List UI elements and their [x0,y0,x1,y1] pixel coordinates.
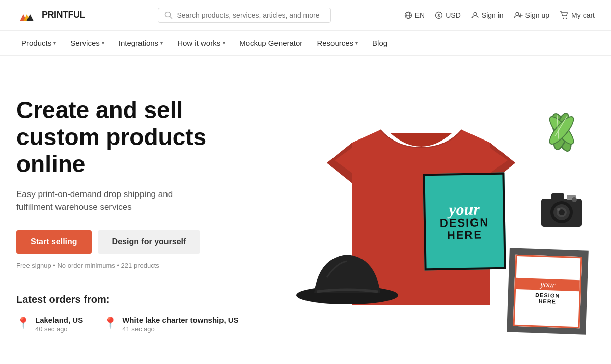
order-item: 📍 Lakeland, US 40 sec ago [16,316,83,333]
location-pin-icon: 📍 [16,317,30,330]
chevron-down-icon: ▾ [160,40,163,46]
design-card: your DESIGN HERE [423,173,506,271]
svg-point-10 [474,12,477,15]
nav-how-it-works[interactable]: How it works ▾ [172,31,230,55]
user-icon [471,11,479,19]
chevron-down-icon: ▾ [223,40,225,46]
hero-content: Create and sell custom products online E… [16,87,281,333]
order-location: Lakeland, US [35,316,83,324]
nav-resources[interactable]: Resources ▾ [312,31,363,55]
svg-point-11 [516,12,519,15]
logo[interactable]: PRINTFUL [16,7,85,23]
cart-link[interactable]: My cart [560,11,595,19]
order-time: 40 sec ago [35,325,83,333]
language-label: EN [415,11,425,19]
hero-section: Create and sell custom products online E… [0,56,611,361]
hero-title: Create and sell custom products online [16,97,261,178]
order-item: 📍 White lake charter township, US 41 sec… [103,316,238,333]
cart-icon [560,11,569,19]
svg-point-34 [572,197,577,202]
search-bar[interactable] [158,8,331,23]
hero-subtitle: Easy print-on-demand drop shipping and f… [16,188,210,214]
currency-label: USD [446,11,461,19]
adduser-icon [514,11,523,19]
svg-line-4 [170,16,172,18]
plant-decoration [529,87,590,153]
design-design-text: DESIGN [440,217,489,229]
signin-link[interactable]: Sign in [471,11,504,19]
order-location: White lake charter township, US [122,316,238,324]
orders-title: Latest orders from: [16,294,281,305]
nav-services[interactable]: Services ▾ [65,31,109,55]
location-pin-icon: 📍 [103,317,117,330]
hero-fine-print: Free signup • No order minimums • 221 pr… [16,262,281,269]
currency-selector[interactable]: $ USD [435,11,461,19]
logo-icon [16,7,36,23]
nav-mockup-generator[interactable]: Mockup Generator [234,31,308,55]
frame-inner: your DESIGN HERE [513,255,582,328]
order-time: 41 sec ago [122,325,238,333]
language-selector[interactable]: EN [404,11,425,19]
chevron-down-icon: ▾ [102,40,104,46]
hat-mockup [291,237,403,313]
search-icon [164,11,173,19]
design-for-yourself-button[interactable]: Design for yourself [98,230,201,254]
orders-list: 📍 Lakeland, US 40 sec ago 📍 White lake c… [16,316,281,333]
globe-icon [404,11,412,19]
chevron-down-icon: ▾ [53,40,56,46]
start-selling-button[interactable]: Start selling [16,230,92,254]
svg-point-15 [566,17,567,18]
brand-name: PRINTFUL [42,10,85,20]
svg-rect-32 [551,193,564,200]
frame-decoration: your DESIGN HERE [507,248,589,334]
signup-link[interactable]: Sign up [514,11,549,19]
order-details: White lake charter township, US 41 sec a… [122,316,238,333]
design-here-text: HERE [447,228,483,242]
dollar-icon: $ [435,11,443,19]
chevron-down-icon: ▾ [355,40,358,46]
header-actions: EN $ USD Sign in Sign up [404,11,595,19]
main-nav: Products ▾ Services ▾ Integrations ▾ How… [0,31,611,56]
site-header: PRINTFUL EN $ USD [0,0,611,31]
signup-label: Sign up [525,11,549,19]
hero-buttons: Start selling Design for yourself [16,230,281,254]
hero-orders: Latest orders from: 📍 Lakeland, US 40 se… [16,294,281,333]
order-details: Lakeland, US 40 sec ago [35,316,83,333]
signin-label: Sign in [482,11,504,19]
nav-blog[interactable]: Blog [367,31,393,55]
design-your-text: your [449,201,480,217]
nav-integrations[interactable]: Integrations ▾ [114,31,168,55]
camera-mockup [536,186,587,232]
svg-point-35 [557,208,560,211]
search-input[interactable] [177,11,324,19]
hero-image: your DESIGN HERE [281,87,595,341]
nav-products[interactable]: Products ▾ [16,31,61,55]
cart-label: My cart [571,11,595,19]
svg-text:$: $ [438,13,440,18]
svg-point-14 [563,17,564,18]
